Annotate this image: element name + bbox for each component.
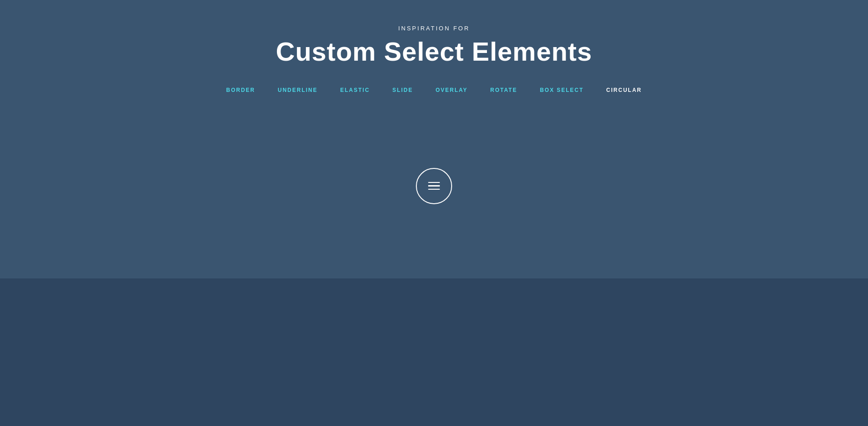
main-section: INSPIRATION FOR Custom Select Elements B… <box>0 0 868 278</box>
page-subtitle: INSPIRATION FOR <box>398 25 470 32</box>
tab-elastic[interactable]: ELASTIC <box>340 87 370 93</box>
tab-circular[interactable]: CIRCULAR <box>606 87 642 93</box>
tab-box-select[interactable]: BOX SELECT <box>540 87 584 93</box>
tab-slide[interactable]: SLIDE <box>392 87 413 93</box>
page-title: Custom Select Elements <box>276 36 592 67</box>
page-wrapper: INSPIRATION FOR Custom Select Elements B… <box>0 0 868 426</box>
hamburger-line-middle <box>428 185 440 187</box>
tab-overlay[interactable]: OVERLAY <box>435 87 467 93</box>
circular-menu-button[interactable] <box>416 168 452 204</box>
tab-border[interactable]: BORDER <box>226 87 255 93</box>
hamburger-line-top <box>428 182 440 183</box>
nav-tabs-container: BORDER UNDERLINE ELASTIC SLIDE OVERLAY R… <box>226 87 642 93</box>
hamburger-line-bottom <box>428 189 440 190</box>
circular-button-area <box>416 93 452 278</box>
bottom-section <box>0 278 868 426</box>
tab-underline[interactable]: UNDERLINE <box>278 87 318 93</box>
nav-tabs-list: BORDER UNDERLINE ELASTIC SLIDE OVERLAY R… <box>226 87 642 93</box>
tab-rotate[interactable]: ROTATE <box>490 87 517 93</box>
